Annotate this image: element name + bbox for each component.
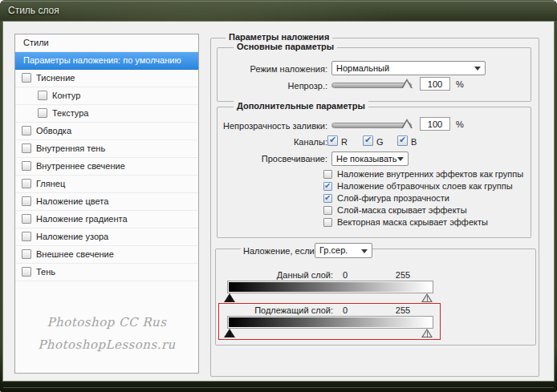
list-item-label: Обводка bbox=[36, 123, 71, 139]
chevron-down-icon bbox=[474, 67, 481, 71]
checkbox[interactable] bbox=[22, 161, 31, 171]
advanced-blending-title: Дополнительные параметры bbox=[234, 101, 368, 111]
this-layer-min: 0 bbox=[337, 270, 353, 280]
checkbox[interactable] bbox=[22, 232, 31, 241]
styles-list: Стили Параметры наложения: по умолчанию … bbox=[14, 34, 199, 374]
checkbox[interactable] bbox=[22, 196, 31, 206]
blend-if-value: Гр.сер. bbox=[319, 245, 348, 255]
layer-style-dialog: Стиль слоя Стили Параметры наложения: по… bbox=[0, 0, 557, 392]
list-item-color-overlay[interactable]: Наложение цвета bbox=[15, 193, 198, 211]
list-item-label: Наложение цвета bbox=[36, 193, 108, 210]
channel-g-checkbox[interactable] bbox=[363, 135, 373, 146]
knockout-value: Не показывать bbox=[336, 154, 397, 164]
chevron-down-icon bbox=[361, 249, 368, 253]
opacity-slider-thumb[interactable] bbox=[401, 79, 413, 88]
option-label: Наложение внутренних эффектов как группы bbox=[337, 169, 523, 179]
checkbox[interactable] bbox=[22, 267, 31, 277]
this-layer-black-slider[interactable] bbox=[224, 293, 235, 302]
title-bar[interactable]: Стиль слоя bbox=[0, 0, 557, 22]
blend-mode-value: Нормальный bbox=[336, 63, 389, 73]
this-layer-max: 255 bbox=[391, 270, 415, 280]
this-layer-label: Данный слой: bbox=[241, 270, 333, 280]
list-item-texture[interactable]: Текстура bbox=[15, 105, 198, 123]
fill-opacity-input[interactable] bbox=[420, 117, 450, 131]
blending-options-group-title: Параметры наложения bbox=[226, 32, 332, 42]
option-label: Слой-фигура прозрачности bbox=[337, 193, 449, 203]
list-item-label: Контур bbox=[52, 87, 80, 104]
list-item-inner-glow[interactable]: Внутреннее свечение bbox=[15, 158, 198, 176]
checkbox[interactable] bbox=[38, 108, 47, 118]
list-item-blending-options[interactable]: Параметры наложения: по умолчанию bbox=[15, 52, 198, 70]
opacity-percent: % bbox=[456, 79, 464, 89]
list-item-label: Тиснение bbox=[36, 70, 75, 87]
general-blending-title: Основные параметры bbox=[234, 42, 337, 51]
list-item-drop-shadow[interactable]: Тень bbox=[15, 264, 198, 281]
list-item-label: Текстура bbox=[52, 105, 88, 122]
list-item-label: Внутреннее свечение bbox=[36, 158, 125, 175]
window-title: Стиль слоя bbox=[8, 0, 59, 21]
option-label: Слой-маска скрывает эффекты bbox=[337, 205, 467, 215]
list-item-label: Внутренняя тень bbox=[36, 140, 105, 157]
channel-g-label: G bbox=[376, 137, 384, 147]
checkbox[interactable] bbox=[323, 206, 332, 215]
checkbox[interactable] bbox=[22, 73, 31, 83]
fill-opacity-percent: % bbox=[456, 119, 464, 129]
knockout-label: Просвечивание: bbox=[210, 154, 327, 164]
list-item-label: Наложение узора bbox=[36, 228, 108, 245]
list-item-contour[interactable]: Контур bbox=[15, 87, 198, 105]
list-item-stroke[interactable]: Обводка bbox=[15, 123, 198, 140]
list-item-label: Стили bbox=[23, 34, 49, 51]
list-item-styles[interactable]: Стили bbox=[15, 34, 198, 52]
fill-opacity-label: Непрозрачность заливки: bbox=[210, 121, 327, 131]
list-item-label: Параметры наложения: по умолчанию bbox=[23, 52, 181, 69]
channel-r-checkbox[interactable] bbox=[327, 135, 338, 146]
option-label: Наложение обтравочных слоев как группы bbox=[337, 181, 513, 191]
list-item-gradient-overlay[interactable]: Наложение градиента bbox=[15, 211, 198, 228]
fill-opacity-slider-thumb[interactable] bbox=[401, 119, 413, 128]
blend-mode-select[interactable]: Нормальный bbox=[331, 61, 486, 75]
list-item-inner-shadow[interactable]: Внутренняя тень bbox=[15, 140, 198, 158]
watermark-line1: Photoshop CC Rus bbox=[15, 312, 198, 334]
list-item-label: Наложение градиента bbox=[36, 211, 128, 228]
checkbox[interactable] bbox=[38, 91, 47, 100]
checkbox[interactable] bbox=[22, 126, 31, 135]
chevron-down-icon bbox=[397, 157, 404, 161]
checkbox[interactable] bbox=[323, 182, 332, 191]
checkbox[interactable] bbox=[22, 214, 31, 224]
fill-opacity-slider[interactable] bbox=[331, 123, 412, 128]
option-label: Векторная маска скрывает эффекты bbox=[337, 217, 488, 227]
list-item-satin[interactable]: Глянец bbox=[15, 176, 198, 193]
checkbox[interactable] bbox=[323, 194, 332, 203]
checkbox[interactable] bbox=[22, 179, 31, 188]
channel-r-label: R bbox=[341, 137, 348, 147]
knockout-select[interactable]: Не показывать bbox=[331, 152, 409, 166]
channels-label: Каналы: bbox=[241, 137, 327, 147]
list-item-outer-glow[interactable]: Внешнее свечение bbox=[15, 246, 198, 264]
watermark-line2: PhotoshopLessons.ru bbox=[15, 334, 198, 357]
blend-if-label: Наложение, если: bbox=[241, 246, 319, 256]
list-item-label: Глянец bbox=[36, 176, 65, 192]
checkbox[interactable] bbox=[323, 218, 332, 227]
channel-b-label: B bbox=[411, 137, 417, 147]
opacity-label: Непрозр.: bbox=[241, 81, 327, 91]
list-item-bevel[interactable]: Тиснение bbox=[15, 70, 198, 87]
blend-if-select[interactable]: Гр.сер. bbox=[315, 243, 372, 258]
annotation-highlight-rectangle bbox=[218, 303, 441, 340]
checkbox[interactable] bbox=[22, 143, 31, 153]
this-layer-white-slider[interactable] bbox=[421, 293, 433, 302]
channel-b-checkbox[interactable] bbox=[397, 135, 408, 146]
list-item-pattern-overlay[interactable]: Наложение узора bbox=[15, 228, 198, 246]
opacity-input[interactable] bbox=[420, 77, 450, 91]
blend-mode-label: Режим наложения: bbox=[241, 64, 327, 74]
checkbox[interactable] bbox=[22, 249, 31, 259]
list-item-label: Тень bbox=[36, 264, 55, 281]
watermark: Photoshop CC Rus PhotoshopLessons.ru bbox=[15, 312, 198, 357]
list-item-label: Внешнее свечение bbox=[36, 246, 114, 263]
checkbox[interactable] bbox=[323, 170, 332, 179]
opacity-slider[interactable] bbox=[331, 83, 412, 88]
this-layer-gradient bbox=[227, 281, 433, 293]
